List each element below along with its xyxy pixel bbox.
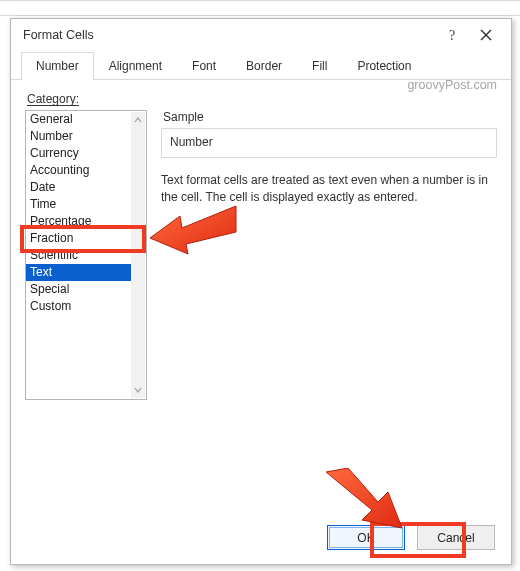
- watermark: groovyPost.com: [407, 78, 497, 92]
- svg-text:?: ?: [449, 28, 455, 42]
- list-item[interactable]: General: [26, 111, 132, 128]
- category-listbox[interactable]: General Number Currency Accounting Date …: [25, 110, 147, 400]
- chevron-up-icon[interactable]: [131, 112, 145, 128]
- help-icon[interactable]: ?: [435, 21, 469, 49]
- category-label: Category:: [27, 92, 497, 106]
- tab-protection[interactable]: Protection: [342, 52, 426, 80]
- format-description: Text format cells are treated as text ev…: [161, 172, 497, 206]
- list-item[interactable]: Currency: [26, 145, 132, 162]
- chevron-down-icon[interactable]: [131, 382, 145, 398]
- list-item[interactable]: Number: [26, 128, 132, 145]
- close-icon[interactable]: [469, 21, 503, 49]
- format-cells-dialog: Format Cells ? Number Alignment Font Bor…: [10, 18, 512, 565]
- sample-label: Sample: [163, 110, 497, 124]
- tab-border[interactable]: Border: [231, 52, 297, 80]
- list-item[interactable]: Percentage: [26, 213, 132, 230]
- tab-font[interactable]: Font: [177, 52, 231, 80]
- cancel-button[interactable]: Cancel: [417, 525, 495, 550]
- tab-number[interactable]: Number: [21, 52, 94, 80]
- tab-alignment[interactable]: Alignment: [94, 52, 177, 80]
- list-item[interactable]: Scientific: [26, 247, 132, 264]
- list-item-selected[interactable]: Text: [26, 264, 132, 281]
- tab-strip: Number Alignment Font Border Fill Protec…: [11, 51, 511, 80]
- scrollbar[interactable]: [131, 112, 145, 398]
- tab-fill[interactable]: Fill: [297, 52, 342, 80]
- ok-button[interactable]: OK: [327, 525, 405, 550]
- list-item[interactable]: Accounting: [26, 162, 132, 179]
- sample-value: Number: [161, 128, 497, 158]
- list-item[interactable]: Custom: [26, 298, 132, 315]
- list-item[interactable]: Special: [26, 281, 132, 298]
- dialog-footer: OK Cancel: [11, 515, 511, 564]
- list-item[interactable]: Date: [26, 179, 132, 196]
- list-item[interactable]: Fraction: [26, 230, 132, 247]
- list-item[interactable]: Time: [26, 196, 132, 213]
- dialog-title: Format Cells: [23, 28, 435, 42]
- titlebar: Format Cells ?: [11, 19, 511, 51]
